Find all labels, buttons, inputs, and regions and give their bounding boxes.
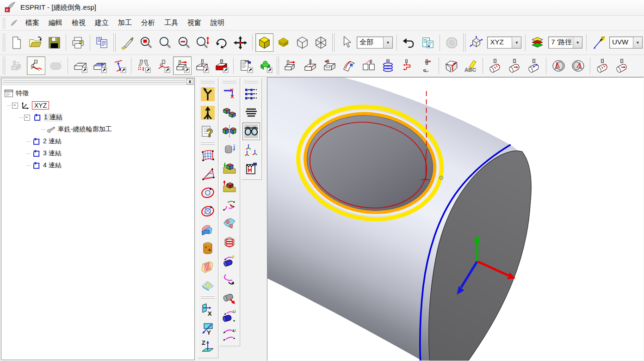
undo-button[interactable] [400, 33, 418, 52]
stop-button[interactable] [443, 33, 461, 52]
tree-root-features[interactable]: 特徵 [4, 87, 194, 99]
wireframe-view-button[interactable] [293, 33, 311, 52]
pan-view-button[interactable] [231, 33, 249, 52]
cylinder-uv-button[interactable]: U [221, 307, 238, 325]
align-text-button[interactable] [242, 104, 260, 122]
title-bar[interactable]: E ESPRIT - [纏繞倒角.esp] [0, 0, 644, 16]
toolbar-grip[interactable] [201, 80, 215, 84]
chevron-down-icon[interactable]: ▼ [512, 37, 521, 48]
contour-3d-button[interactable] [340, 56, 358, 75]
toolbar-grip[interactable] [2, 56, 6, 75]
help-properties-button[interactable]: ? [199, 122, 217, 140]
simulation-button[interactable] [7, 56, 26, 75]
wrap-pocket-button[interactable] [505, 56, 524, 75]
turn-rough-button[interactable] [134, 56, 153, 75]
solid-mirror-button[interactable] [221, 122, 238, 140]
solid-revolve-button[interactable] [221, 141, 238, 159]
viewport-3d[interactable] [267, 77, 644, 361]
endpoint-button[interactable] [221, 86, 238, 103]
view-filter-button[interactable] [242, 122, 260, 140]
plane-y-button[interactable]: Y [199, 319, 217, 337]
redraw-button[interactable] [118, 33, 136, 52]
tree-panel-grip[interactable] [3, 80, 186, 83]
trochoid-button[interactable] [398, 56, 416, 75]
menu-1[interactable]: 檔案 [21, 17, 44, 29]
work-plane-button[interactable] [468, 33, 486, 52]
viewport-canvas[interactable] [267, 78, 644, 361]
rough-mill-button[interactable] [212, 56, 230, 75]
layers-button[interactable] [528, 33, 546, 52]
pocket-feature-button[interactable] [90, 56, 109, 75]
uvw-mode-button[interactable] [589, 33, 607, 52]
rotate-view-button[interactable] [212, 33, 230, 52]
tree-expander-minus[interactable] [12, 103, 18, 109]
menu-5[interactable]: 加工 [113, 17, 136, 29]
branch-point-button[interactable] [199, 86, 217, 103]
tree-node-chain-4[interactable]: 4 連結 [26, 159, 194, 171]
surface-grid-button[interactable] [199, 147, 217, 165]
zoom-button[interactable] [156, 33, 174, 52]
solid-view-button[interactable] [274, 33, 292, 52]
chamfer-mill-button[interactable] [442, 56, 460, 75]
face-milling-button[interactable] [281, 56, 300, 75]
cross-section-button[interactable] [221, 233, 238, 251]
new-document-button[interactable] [7, 33, 25, 52]
toolbar-grip[interactable] [276, 56, 279, 75]
stock-button[interactable] [46, 56, 65, 75]
menu-4[interactable]: 建立 [90, 17, 113, 29]
thread-mill-button[interactable] [378, 56, 397, 75]
wrap-rough-button[interactable] [593, 56, 612, 75]
ncode-report-button[interactable] [242, 159, 260, 177]
surface-sphere-button[interactable] [199, 202, 217, 220]
curve-project-button[interactable] [221, 196, 238, 214]
face-feature-button[interactable] [71, 56, 89, 75]
menu-7[interactable]: 工具 [160, 17, 183, 29]
face-mill-button[interactable] [173, 56, 192, 75]
open-file-button[interactable] [26, 33, 44, 52]
print-button[interactable] [69, 33, 87, 52]
surface-corner-button[interactable] [199, 165, 217, 183]
layer-combo[interactable]: 7 '路徑▼ [548, 37, 582, 49]
work-plane-combo[interactable]: XYZ▼ [487, 37, 521, 49]
text-engrave-button[interactable]: ABC [461, 56, 480, 75]
uv-curves-button[interactable]: U [221, 326, 238, 343]
pocketing-button[interactable] [320, 56, 339, 75]
toolbar-grip[interactable] [463, 33, 466, 52]
zoom-out-button[interactable] [175, 33, 193, 52]
toolbar-grip[interactable] [201, 296, 215, 299]
operation-sheet-button[interactable] [236, 56, 255, 75]
selection-filter-combo[interactable]: 全部▼ [357, 37, 393, 49]
close-icon[interactable]: x [186, 79, 193, 85]
paste-properties-button[interactable] [419, 33, 437, 52]
menubar-grip[interactable] [2, 18, 6, 29]
tree-expander-minus[interactable] [24, 115, 30, 121]
wrap-contour-button[interactable] [486, 56, 504, 75]
wrap-curve-button[interactable] [221, 252, 238, 269]
sheet-holes-button[interactable] [221, 215, 238, 233]
tree-node-chain-2[interactable]: 2 連結 [26, 135, 194, 147]
menu-8[interactable]: 視窗 [183, 17, 206, 29]
point-marker[interactable] [440, 176, 443, 180]
solid-copy-button[interactable] [221, 104, 238, 122]
dimension-list-button[interactable] [242, 86, 260, 103]
select-cursor-button[interactable] [337, 33, 355, 52]
copy-view-button[interactable] [93, 33, 111, 52]
toolbar-grip[interactable] [201, 142, 215, 145]
surface-offset-button[interactable] [199, 276, 217, 294]
menu-6[interactable]: 分析 [136, 17, 160, 29]
tree-node-operation-wrap-contour[interactable]: 車銑-纏繞輪廓加工 [41, 123, 194, 135]
chevron-down-icon[interactable]: ▼ [633, 37, 642, 48]
reverse-curve-button[interactable] [221, 270, 238, 288]
export-solid-button[interactable] [221, 178, 238, 196]
menu-2[interactable]: 編輯 [44, 17, 67, 29]
shaded-view-button[interactable] [255, 33, 273, 52]
surface-trim-button[interactable] [199, 258, 217, 275]
surface-blend-button[interactable] [199, 221, 217, 239]
toolbar-grip[interactable] [2, 33, 6, 52]
wrap-drill-button[interactable] [525, 56, 543, 75]
menu-9[interactable]: 說明 [206, 17, 229, 29]
turn-contour-button[interactable] [154, 56, 172, 75]
plane-x-button[interactable]: X [199, 301, 217, 318]
tree-node-chain-1[interactable]: 1 連結 [19, 111, 194, 123]
turning-operation-button[interactable] [27, 56, 45, 75]
